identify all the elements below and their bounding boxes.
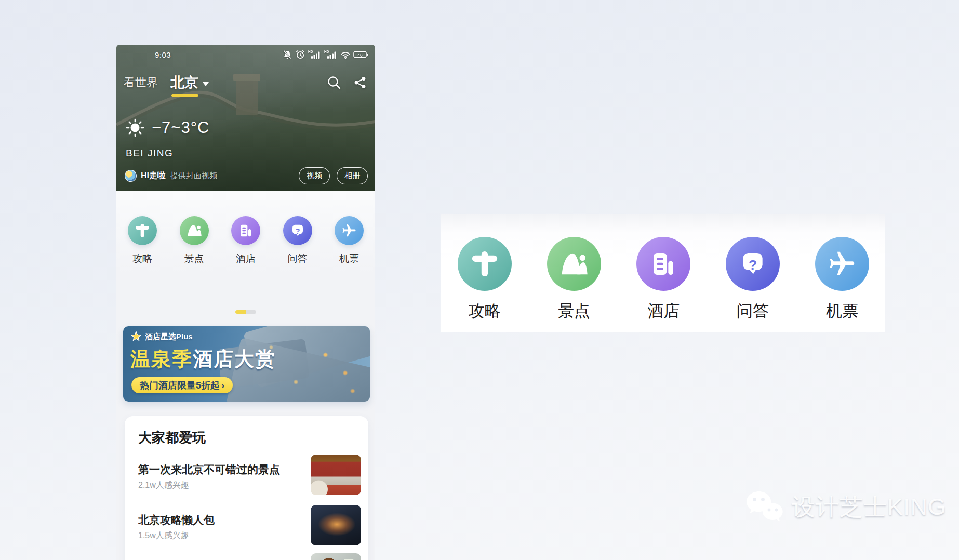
hero-actions — [326, 75, 368, 90]
question-bubble-icon — [738, 249, 767, 278]
hero-header: 看世界 北京 — [124, 71, 368, 95]
wifi-icon — [340, 49, 351, 60]
hotel-icon — [649, 249, 678, 278]
list-item[interactable]: 第一次来北京不可错过的景点 2.1w人感兴趣 — [138, 455, 361, 496]
wechat-logo-icon — [745, 490, 784, 524]
list-item-meta: 1.5w人感兴趣 — [138, 530, 189, 541]
provider-name[interactable]: HI走啦 — [141, 170, 166, 181]
nav-item-qa[interactable]: 问答 — [283, 216, 312, 265]
alarm-icon — [295, 49, 305, 60]
share-icon[interactable] — [353, 75, 368, 90]
panel-label: 问答 — [737, 300, 769, 322]
nav-label: 酒店 — [236, 252, 256, 265]
list-item-thumbnail — [311, 505, 361, 545]
nav-item-scenic[interactable]: 景点 — [180, 216, 209, 265]
nav-label: 问答 — [288, 252, 308, 265]
temperature-value: −7~3°C — [152, 118, 209, 137]
signpost-icon — [135, 223, 150, 238]
watermark-text: 设计芝士KING — [792, 491, 947, 523]
status-icons: HD HD — [282, 49, 369, 60]
nav-item-guide[interactable]: 攻略 — [128, 216, 157, 265]
signal-sim2-icon: HD — [324, 49, 338, 60]
nav-label: 攻略 — [132, 252, 152, 265]
hotel-circle — [231, 216, 260, 245]
banner-brand-label: 酒店星选Plus — [145, 332, 193, 342]
guide-circle-large — [458, 237, 512, 291]
quick-nav-row: 攻略 景点 酒店 问答 — [116, 216, 375, 265]
provider-avatar[interactable] — [125, 170, 137, 182]
chevron-right-icon: › — [221, 380, 224, 391]
list-item-meta: 2.1w人感兴趣 — [138, 480, 189, 491]
panel-item-hotel[interactable]: 酒店 — [632, 237, 695, 322]
list-item-title: 北京攻略懒人包 — [138, 513, 215, 527]
status-time: 9:03 — [155, 50, 171, 59]
nav-item-flight[interactable]: 机票 — [335, 216, 364, 265]
video-button[interactable]: 视频 — [299, 167, 330, 184]
hotel-icon — [238, 223, 254, 238]
weather-widget: −7~3°C — [125, 117, 209, 138]
page-indicator — [235, 310, 256, 314]
list-item-thumbnail — [311, 553, 361, 560]
watermark: 设计芝士KING — [745, 490, 947, 524]
panel-label: 景点 — [558, 300, 590, 322]
plane-icon — [828, 249, 857, 278]
plane-icon — [341, 223, 357, 238]
banner-cta-button[interactable]: 热门酒店限量5折起 › — [131, 377, 233, 393]
mountain-icon — [560, 249, 589, 278]
panel-label: 酒店 — [647, 300, 680, 322]
banner-title-rest: 酒店大赏 — [193, 348, 276, 370]
cover-provider-row: HI走啦 提供封面视频 视频 相册 — [125, 166, 368, 185]
banner-title-highlight: 温泉季 — [130, 348, 193, 370]
qa-circle — [283, 216, 312, 245]
list-item-thumbnail — [311, 455, 361, 495]
svg-text:46: 46 — [357, 52, 363, 58]
hotel-circle-large — [636, 237, 690, 291]
signpost-icon — [470, 249, 499, 278]
page-indicator-active — [235, 310, 246, 314]
flight-circle-large — [815, 237, 869, 291]
panel-item-qa[interactable]: 问答 — [722, 237, 784, 322]
tab-city-beijing[interactable]: 北京 — [170, 73, 209, 92]
phone-mockup: 9:03 HD — [116, 45, 375, 560]
sun-icon — [125, 117, 145, 138]
panel-label: 攻略 — [469, 300, 501, 322]
banner-brand: 酒店星选Plus — [130, 331, 193, 342]
battery-icon: 46 — [353, 49, 369, 60]
mute-icon — [282, 49, 292, 60]
status-bar: 9:03 HD — [116, 49, 375, 60]
nav-label: 机票 — [339, 252, 359, 265]
hotel-promo-banner[interactable]: 酒店星选Plus 温泉季酒店大赏 热门酒店限量5折起 › — [123, 326, 370, 402]
nav-item-hotel[interactable]: 酒店 — [231, 216, 260, 265]
question-bubble-icon — [290, 223, 305, 238]
app-body: 攻略 景点 酒店 问答 — [116, 191, 375, 560]
page-indicator-rest — [246, 310, 256, 314]
provider-note: 提供封面视频 — [170, 171, 217, 181]
album-button[interactable]: 相册 — [337, 167, 368, 184]
banner-cta-label: 热门酒店限量5折起 — [140, 379, 220, 392]
panel-item-scenic[interactable]: 景点 — [543, 237, 605, 322]
search-icon[interactable] — [326, 75, 342, 90]
design-canvas: 9:03 HD — [0, 0, 959, 560]
signal-sim1-icon: HD — [308, 49, 322, 60]
list-item-title: 第一次来北京不可错过的景点 — [138, 462, 280, 477]
panel-item-guide[interactable]: 攻略 — [454, 237, 516, 322]
flight-circle — [335, 216, 364, 245]
scenic-circle — [180, 216, 209, 245]
hero-cover: 9:03 HD — [116, 45, 375, 191]
icons-detail-panel: 攻略 景点 酒店 问答 机票 — [441, 214, 885, 332]
scenic-circle-large — [547, 237, 601, 291]
city-name-en: BEI JING — [126, 148, 173, 159]
tab-see-world[interactable]: 看世界 — [124, 75, 158, 90]
panel-label: 机票 — [826, 300, 858, 322]
mountain-icon — [187, 223, 202, 238]
svg-text:HD: HD — [308, 50, 313, 54]
chevron-down-icon — [203, 82, 209, 86]
list-item[interactable]: 京味儿美食 地道老字号 1.4w人感兴趣 — [138, 553, 361, 560]
question-bubble-circle-large — [726, 237, 780, 291]
guide-circle — [128, 216, 157, 245]
list-item[interactable]: 北京攻略懒人包 1.5w人感兴趣 — [138, 505, 361, 546]
banner-title: 温泉季酒店大赏 — [130, 346, 276, 372]
panel-item-flight[interactable]: 机票 — [811, 237, 873, 322]
cover-media-buttons: 视频 相册 — [299, 167, 368, 184]
tab-city-label: 北京 — [170, 73, 198, 92]
